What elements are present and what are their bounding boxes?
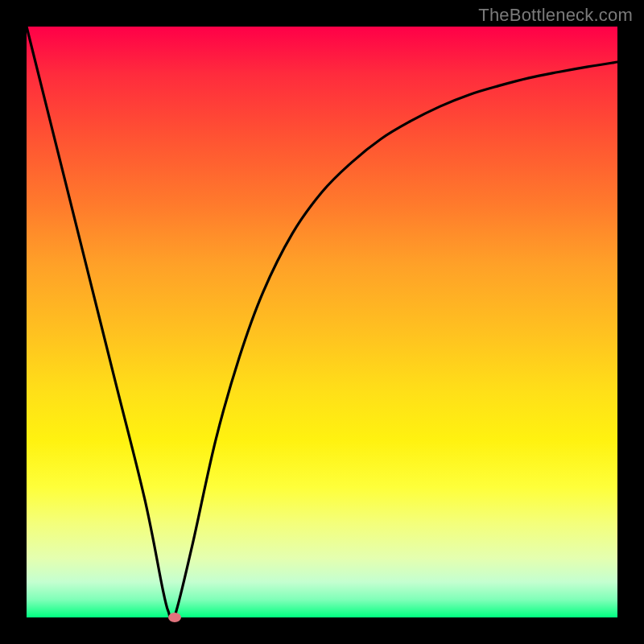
chart-stage: TheBottleneck.com bbox=[0, 0, 644, 644]
curve-svg bbox=[27, 27, 617, 617]
plot-area bbox=[27, 27, 617, 617]
bottleneck-curve-path bbox=[27, 27, 617, 622]
minimum-marker bbox=[168, 613, 181, 622]
watermark-text: TheBottleneck.com bbox=[478, 5, 633, 26]
